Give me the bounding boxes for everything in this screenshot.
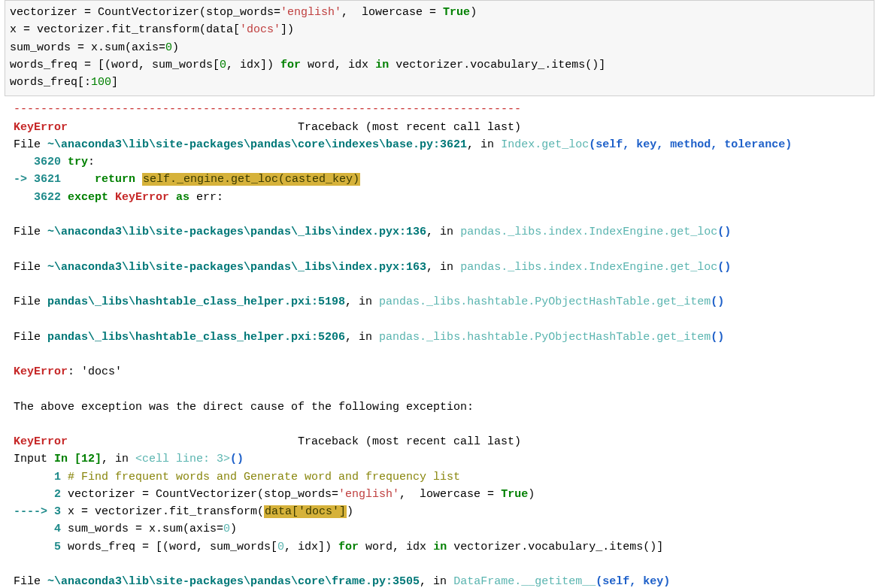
src-line-2: 2 vectorizer = CountVectorizer(stop_word… [14, 488, 535, 501]
code-line-1: vectorizer = CountVectorizer(stop_words=… [10, 6, 477, 19]
frame-5: File pandas\_libs\hashtable_class_helper… [14, 331, 724, 344]
frame-6: File ~\anaconda3\lib\site-packages\panda… [14, 575, 670, 588]
highlighted-call: self._engine.get_loc(casted_key) [142, 173, 360, 186]
frame-2: File ~\anaconda3\lib\site-packages\panda… [14, 226, 731, 238]
traceback-divider: ----------------------------------------… [14, 103, 521, 116]
direct-cause-text: The above exception was the direct cause… [14, 401, 474, 414]
code-line-5: words_freq[:100] [10, 76, 118, 89]
frame-4: File pandas\_libs\hashtable_class_helper… [14, 296, 724, 308]
src-line-4: 4 sum_words = x.sum(axis=0) [14, 523, 237, 535]
frame-1-line-3621: -> 3621 return self._engine.get_loc(cast… [14, 173, 360, 186]
code-input-cell[interactable]: vectorizer = CountVectorizer(stop_words=… [5, 0, 874, 96]
code-line-3: sum_words = x.sum(axis=0) [10, 41, 179, 54]
src-line-1: 1 # Find frequent words and Generate wor… [14, 471, 460, 483]
error-name-2: KeyError [14, 435, 68, 448]
frame-1: File ~\anaconda3\lib\site-packages\panda… [14, 138, 792, 151]
code-line-4: words_freq = [(word, sum_words[0, idx]) … [10, 59, 605, 71]
traceback-header-2: Traceback (most recent call last) [68, 435, 521, 448]
frame-1-line-3620: 3620 try: [14, 156, 95, 168]
input-frame: Input In [12], in <cell line: 3>() [14, 453, 244, 465]
traceback-header: Traceback (most recent call last) [68, 121, 521, 134]
frame-1-line-3622: 3622 except KeyError as err: [14, 191, 223, 204]
frame-3: File ~\anaconda3\lib\site-packages\panda… [14, 261, 731, 274]
code-line-2: x = vectorizer.fit_transform(data['docs'… [10, 23, 294, 36]
error-name: KeyError [14, 121, 68, 134]
highlighted-arg: data['docs'] [264, 505, 347, 518]
error-message-1: KeyError: 'docs' [14, 365, 122, 378]
src-line-3: ----> 3 x = vectorizer.fit_transform(dat… [14, 505, 353, 518]
output-area: ----------------------------------------… [0, 96, 879, 588]
src-line-5: 5 words_freq = [(word, sum_words[0, idx]… [14, 541, 663, 553]
